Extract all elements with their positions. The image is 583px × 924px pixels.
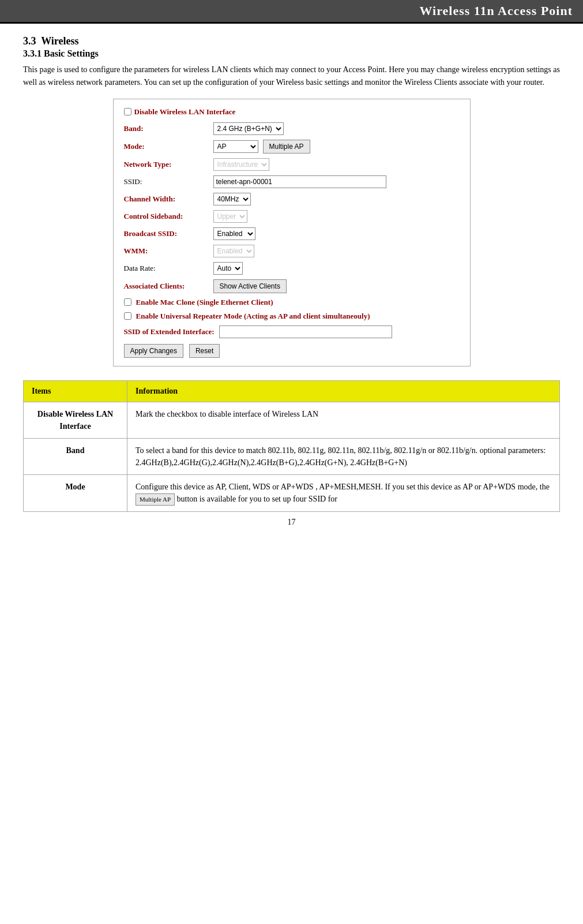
channel-width-row: Channel Width: 40MHz 20MHz	[124, 193, 460, 205]
channel-width-control: 40MHz 20MHz	[213, 193, 251, 205]
broadcast-ssid-label: Broadcast SSID:	[124, 229, 213, 238]
table-cell-info: To select a band for this device to matc…	[127, 438, 560, 474]
table-cell-item: Disable Wireless LAN Interface	[24, 402, 127, 438]
table-row: Mode Configure this device as AP, Client…	[24, 474, 560, 511]
mac-clone-row: Enable Mac Clone (Single Ethernet Client…	[124, 298, 460, 307]
mode-info-before: Configure this device as AP, Client, WDS…	[136, 482, 550, 491]
ssid-extended-label: SSID of Extended Interface:	[124, 327, 215, 336]
network-type-label: Network Type:	[124, 160, 213, 169]
page-header: Wireless 11n Access Point	[0, 0, 583, 24]
info-table: Items Information Disable Wireless LAN I…	[23, 380, 560, 512]
control-sideband-select[interactable]: Upper	[213, 210, 247, 223]
action-row: Apply Changes Reset	[124, 344, 460, 358]
broadcast-ssid-row: Broadcast SSID: Enabled Disabled	[124, 227, 460, 240]
mode-info-after: button is available for you to set up fo…	[175, 495, 337, 503]
control-sideband-label: Control Sideband:	[124, 212, 213, 221]
mode-label: Mode:	[124, 142, 213, 151]
table-cell-item: Band	[24, 438, 127, 474]
table-row: Disable Wireless LAN Interface Mark the …	[24, 402, 560, 438]
data-rate-control: Auto	[213, 262, 243, 275]
universal-repeater-label: Enable Universal Repeater Mode (Acting a…	[136, 312, 370, 321]
band-control: 2.4 GHz (B+G+N) 2.4 GHz (B) 2.4 GHz (G) …	[213, 122, 284, 135]
associated-clients-label: Associated Clients:	[124, 282, 213, 291]
data-rate-select[interactable]: Auto	[213, 262, 243, 275]
ssid-extended-input[interactable]	[219, 326, 392, 338]
network-type-row: Network Type: Infrastructure	[124, 158, 460, 171]
mode-select[interactable]: AP Client WDS AP+WDS	[213, 140, 258, 153]
table-header-information: Information	[127, 380, 560, 402]
wmm-control: Enabled	[213, 245, 254, 257]
config-box: Disable Wireless LAN Interface Band: 2.4…	[113, 99, 471, 366]
band-label: Band:	[124, 124, 213, 133]
table-cell-info: Mark the checkbox to disable interface o…	[127, 402, 560, 438]
data-rate-row: Data Rate: Auto	[124, 262, 460, 275]
table-row: Band To select a band for this device to…	[24, 438, 560, 474]
network-type-select[interactable]: Infrastructure	[213, 158, 269, 171]
page-number: 17	[23, 518, 560, 527]
ssid-label: SSID:	[124, 177, 213, 186]
mode-control: AP Client WDS AP+WDS Multiple AP	[213, 140, 310, 154]
table-cell-mode-info: Configure this device as AP, Client, WDS…	[127, 474, 560, 511]
disable-wireless-row: Disable Wireless LAN Interface	[124, 107, 460, 117]
reset-button[interactable]: Reset	[189, 344, 220, 358]
disable-wireless-checkbox[interactable]	[124, 108, 131, 115]
broadcast-ssid-select[interactable]: Enabled Disabled	[213, 227, 255, 240]
table-header-items: Items	[24, 380, 127, 402]
channel-width-select[interactable]: 40MHz 20MHz	[213, 193, 251, 205]
wmm-select[interactable]: Enabled	[213, 245, 254, 257]
section-number-title: 3.3 Wireless	[23, 35, 560, 47]
apply-changes-button[interactable]: Apply Changes	[124, 344, 183, 358]
ssid-extended-row: SSID of Extended Interface:	[124, 326, 460, 338]
band-row: Band: 2.4 GHz (B+G+N) 2.4 GHz (B) 2.4 GH…	[124, 122, 460, 135]
channel-width-label: Channel Width:	[124, 194, 213, 204]
multiple-ap-inline-btn: Multiple AP	[136, 493, 175, 506]
associated-clients-control: Show Active Clients	[213, 279, 287, 293]
universal-repeater-checkbox[interactable]	[124, 312, 131, 320]
mac-clone-checkbox[interactable]	[124, 298, 131, 306]
control-sideband-control: Upper	[213, 210, 247, 223]
data-rate-label: Data Rate:	[124, 264, 213, 273]
table-cell-item: Mode	[24, 474, 127, 511]
ssid-row: SSID:	[124, 175, 460, 188]
wmm-row: WMM: Enabled	[124, 245, 460, 257]
show-active-clients-button[interactable]: Show Active Clients	[213, 279, 287, 293]
disable-wireless-label: Disable Wireless LAN Interface	[134, 107, 236, 117]
mode-row: Mode: AP Client WDS AP+WDS Multiple AP	[124, 140, 460, 154]
ssid-control	[213, 175, 386, 188]
subsection-title: 3.3.1 Basic Settings	[23, 48, 560, 59]
broadcast-ssid-control: Enabled Disabled	[213, 227, 255, 240]
mac-clone-label: Enable Mac Clone (Single Ethernet Client…	[136, 298, 273, 307]
universal-repeater-row: Enable Universal Repeater Mode (Acting a…	[124, 312, 460, 321]
wmm-label: WMM:	[124, 246, 213, 256]
multiple-ap-button[interactable]: Multiple AP	[263, 140, 310, 154]
intro-paragraph: This page is used to configure the param…	[23, 63, 560, 89]
associated-clients-row: Associated Clients: Show Active Clients	[124, 279, 460, 293]
main-content: 3.3 Wireless 3.3.1 Basic Settings This p…	[0, 24, 583, 538]
network-type-control: Infrastructure	[213, 158, 269, 171]
ssid-input[interactable]	[213, 175, 386, 188]
control-sideband-row: Control Sideband: Upper	[124, 210, 460, 223]
band-select[interactable]: 2.4 GHz (B+G+N) 2.4 GHz (B) 2.4 GHz (G) …	[213, 122, 284, 135]
